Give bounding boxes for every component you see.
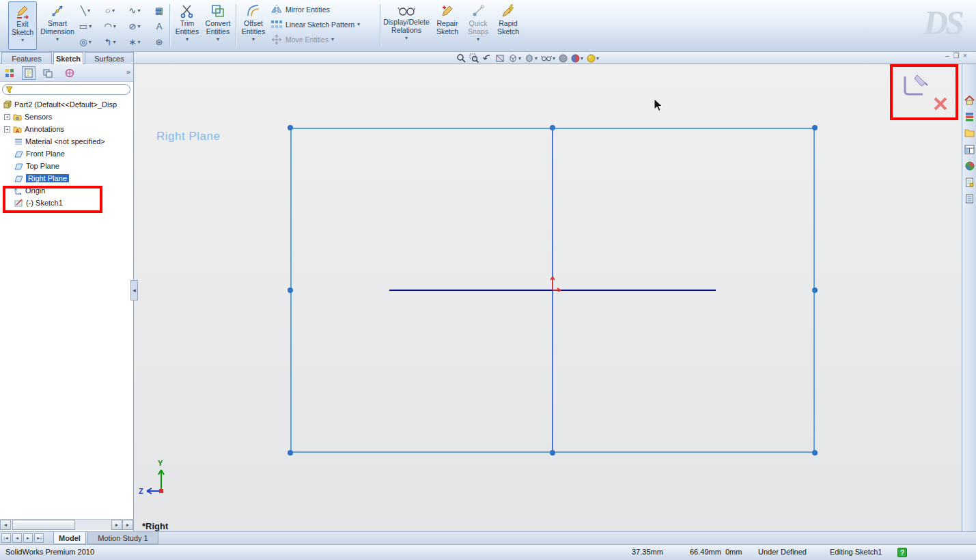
trim-dropdown-icon[interactable]: ▾ bbox=[186, 37, 189, 42]
point-dropdown-icon[interactable]: ▾ bbox=[137, 40, 140, 45]
propertymanager-tab-icon[interactable] bbox=[22, 66, 36, 80]
tab-scroll-next-button[interactable]: ► bbox=[23, 533, 33, 543]
point-tool-button[interactable]: ∗ ▾ bbox=[123, 34, 146, 49]
cancel-sketch-button[interactable] bbox=[932, 96, 949, 112]
confirm-sketch-button[interactable] bbox=[902, 72, 930, 97]
spline-dropdown-icon[interactable]: ▾ bbox=[137, 8, 140, 14]
rectangle-dropdown-icon[interactable]: ▾ bbox=[89, 24, 92, 29]
line-tool-button[interactable]: ╲ ▾ bbox=[74, 3, 97, 18]
plane-handle-top-left[interactable] bbox=[288, 125, 293, 130]
display-style-button[interactable]: ▾ bbox=[525, 53, 538, 63]
featuremanager-tab-icon[interactable] bbox=[3, 66, 16, 80]
linear-sketch-pattern-button[interactable]: Linear Sketch Pattern ▾ bbox=[270, 17, 382, 31]
sketch-origin-marker[interactable] bbox=[546, 274, 562, 292]
move-entities-dropdown-icon[interactable]: ▾ bbox=[331, 37, 334, 42]
smart-dimension-dropdown-icon[interactable]: ▾ bbox=[56, 37, 59, 42]
solidworks-resources-button[interactable] bbox=[964, 94, 975, 106]
slot-tool-button[interactable]: ⊘ ▾ bbox=[123, 18, 146, 33]
previous-view-button[interactable] bbox=[482, 53, 492, 63]
scroll-right-button[interactable]: ► bbox=[111, 520, 122, 530]
view-orientation-dropdown-icon[interactable]: ▾ bbox=[518, 56, 521, 61]
panel-splitter[interactable]: ◄ bbox=[130, 280, 138, 300]
tree-item-material[interactable]: Material <not specified> bbox=[0, 135, 133, 148]
hide-show-items-button[interactable]: ▾ bbox=[541, 54, 555, 62]
tree-filter[interactable] bbox=[2, 84, 130, 95]
smart-dimension-button[interactable]: Smart Dimension ▾ bbox=[40, 1, 75, 50]
construction-tool-button[interactable]: ⊛ bbox=[148, 34, 171, 49]
tab-sketch[interactable]: Sketch bbox=[53, 52, 83, 64]
view-orientation-button[interactable]: ▾ bbox=[508, 53, 521, 63]
tree-item-front-plane[interactable]: Front Plane bbox=[0, 148, 133, 160]
slot-dropdown-icon[interactable]: ▾ bbox=[137, 24, 140, 29]
mirror-entities-button[interactable]: Mirror Entities bbox=[270, 2, 382, 16]
plane-handle-top-right[interactable] bbox=[812, 125, 818, 130]
edit-appearance-dropdown-icon[interactable]: ▾ bbox=[581, 56, 583, 61]
fillet-dropdown-icon[interactable]: ▾ bbox=[113, 40, 115, 45]
arc-dropdown-icon[interactable]: ▾ bbox=[113, 24, 116, 29]
view-settings-button[interactable] bbox=[559, 54, 568, 63]
close-button[interactable]: × bbox=[961, 52, 969, 63]
zoom-area-button[interactable] bbox=[469, 53, 479, 63]
minimize-button[interactable]: – bbox=[943, 52, 951, 63]
panel-more-chevron-icon[interactable]: » bbox=[126, 68, 130, 76]
configurationmanager-tab-icon[interactable] bbox=[41, 66, 55, 80]
display-delete-relations-button[interactable]: Display/Delete Relations ▾ bbox=[384, 1, 429, 50]
tab-scroll-last-button[interactable]: ►| bbox=[34, 533, 44, 543]
ellipse-dropdown-icon[interactable]: ▾ bbox=[89, 40, 92, 45]
line-dropdown-icon[interactable]: ▾ bbox=[87, 8, 90, 14]
ellipse-tool-button[interactable]: ◎ ▾ bbox=[74, 34, 97, 49]
plane-handle-bottom-left[interactable] bbox=[288, 450, 293, 456]
tab-model[interactable]: Model bbox=[53, 532, 86, 544]
offset-dropdown-icon[interactable]: ▾ bbox=[252, 37, 255, 42]
expand-icon[interactable]: + bbox=[4, 126, 10, 132]
plane-handle-top-mid[interactable] bbox=[550, 125, 555, 130]
display-style-dropdown-icon[interactable]: ▾ bbox=[535, 56, 538, 61]
sketch-picture-button[interactable]: ▦ bbox=[148, 3, 171, 18]
dimxpertmanager-tab-icon[interactable] bbox=[63, 66, 76, 80]
tab-surfaces[interactable]: Surfaces bbox=[85, 52, 134, 64]
circle-dropdown-icon[interactable]: ▾ bbox=[112, 8, 115, 14]
plane-handle-bottom-right[interactable] bbox=[812, 450, 818, 456]
linear-pattern-dropdown-icon[interactable]: ▾ bbox=[357, 22, 360, 27]
view-palette-button[interactable] bbox=[964, 143, 975, 155]
trim-entities-button[interactable]: Trim Entities ▾ bbox=[173, 1, 201, 50]
quick-snaps-button[interactable]: Quick Snaps ▾ bbox=[466, 1, 490, 50]
apply-scene-dropdown-icon[interactable]: ▾ bbox=[596, 56, 599, 61]
rapid-sketch-button[interactable]: Rapid Sketch bbox=[493, 1, 523, 50]
tree-item-right-plane[interactable]: Right Plane bbox=[0, 172, 133, 184]
exit-sketch-button[interactable]: Exit Sketch ▾ bbox=[8, 1, 37, 50]
zoom-fit-button[interactable] bbox=[456, 53, 466, 63]
graphics-area[interactable]: Right Plane bbox=[135, 64, 962, 531]
scroll-right-edge-button[interactable]: ► bbox=[122, 520, 133, 530]
text-tool-button[interactable]: A bbox=[148, 18, 171, 33]
plane-handle-mid-left[interactable] bbox=[288, 288, 293, 293]
edit-appearance-button[interactable]: ▾ bbox=[571, 54, 583, 63]
move-entities-button[interactable]: Move Entities ▾ bbox=[270, 32, 382, 46]
tab-motion-study[interactable]: Motion Study 1 bbox=[87, 532, 158, 544]
tree-item-annotations[interactable]: + A Annotations bbox=[0, 123, 133, 135]
rectangle-tool-button[interactable]: ▭ ▾ bbox=[74, 18, 97, 33]
appearances-scenes-button[interactable] bbox=[964, 160, 975, 171]
design-library-button[interactable] bbox=[964, 111, 975, 122]
display-delete-dropdown-icon[interactable]: ▾ bbox=[405, 36, 408, 41]
tree-horizontal-scrollbar[interactable]: ◄ ► ► bbox=[0, 519, 133, 530]
restore-button[interactable]: ❐ bbox=[952, 52, 960, 63]
circle-tool-button[interactable]: ○ ▾ bbox=[98, 3, 122, 18]
custom-properties-button[interactable] bbox=[964, 176, 975, 188]
section-view-button[interactable] bbox=[495, 53, 505, 63]
tab-scroll-first-button[interactable]: |◄ bbox=[1, 533, 11, 543]
plane-handle-bottom-mid[interactable] bbox=[550, 450, 555, 456]
arc-tool-button[interactable]: ◠ ▾ bbox=[98, 18, 122, 33]
expand-icon[interactable]: + bbox=[4, 114, 10, 120]
spline-tool-button[interactable]: ∿ ▾ bbox=[123, 3, 146, 18]
scrollbar-thumb[interactable] bbox=[12, 520, 75, 530]
convert-dropdown-icon[interactable]: ▾ bbox=[217, 37, 219, 42]
fillet-tool-button[interactable]: ↰ ▾ bbox=[98, 34, 122, 49]
plane-handle-mid-right[interactable] bbox=[812, 288, 818, 293]
file-explorer-button[interactable] bbox=[964, 127, 975, 139]
scroll-left-button[interactable]: ◄ bbox=[0, 520, 11, 530]
hide-show-dropdown-icon[interactable]: ▾ bbox=[553, 56, 555, 61]
tree-item-part-root[interactable]: Part2 (Default<<Default>_Disp bbox=[0, 98, 133, 111]
repair-sketch-button[interactable]: Repair Sketch bbox=[432, 1, 463, 50]
tree-item-sensors[interactable]: + Sensors bbox=[0, 111, 133, 123]
